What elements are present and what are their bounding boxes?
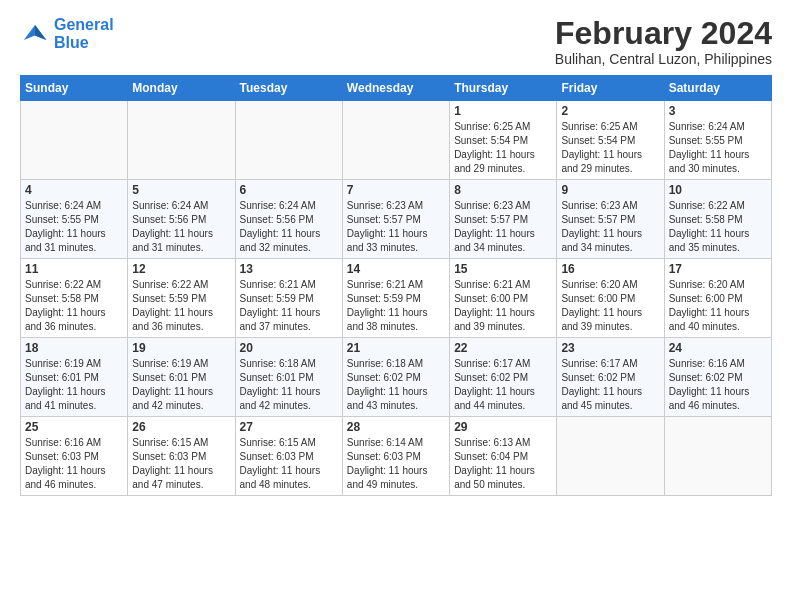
- day-number: 13: [240, 262, 338, 276]
- calendar-header-tuesday: Tuesday: [235, 76, 342, 101]
- day-number: 23: [561, 341, 659, 355]
- header: General Blue February 2024 Bulihan, Cent…: [20, 16, 772, 67]
- calendar-cell: 8Sunrise: 6:23 AMSunset: 5:57 PMDaylight…: [450, 180, 557, 259]
- day-info: Sunrise: 6:15 AMSunset: 6:03 PMDaylight:…: [240, 436, 338, 492]
- calendar-week-row: 1Sunrise: 6:25 AMSunset: 5:54 PMDaylight…: [21, 101, 772, 180]
- calendar-cell: 2Sunrise: 6:25 AMSunset: 5:54 PMDaylight…: [557, 101, 664, 180]
- calendar-cell: [557, 417, 664, 496]
- day-number: 19: [132, 341, 230, 355]
- logo-general: General: [54, 16, 114, 33]
- calendar-cell: [128, 101, 235, 180]
- calendar-table: SundayMondayTuesdayWednesdayThursdayFrid…: [20, 75, 772, 496]
- day-number: 2: [561, 104, 659, 118]
- day-number: 3: [669, 104, 767, 118]
- day-number: 12: [132, 262, 230, 276]
- calendar-cell: 17Sunrise: 6:20 AMSunset: 6:00 PMDayligh…: [664, 259, 771, 338]
- day-number: 17: [669, 262, 767, 276]
- calendar-cell: 18Sunrise: 6:19 AMSunset: 6:01 PMDayligh…: [21, 338, 128, 417]
- calendar-cell: 20Sunrise: 6:18 AMSunset: 6:01 PMDayligh…: [235, 338, 342, 417]
- day-info: Sunrise: 6:22 AMSunset: 5:59 PMDaylight:…: [132, 278, 230, 334]
- day-number: 28: [347, 420, 445, 434]
- day-number: 11: [25, 262, 123, 276]
- day-info: Sunrise: 6:22 AMSunset: 5:58 PMDaylight:…: [669, 199, 767, 255]
- calendar-cell: 19Sunrise: 6:19 AMSunset: 6:01 PMDayligh…: [128, 338, 235, 417]
- day-number: 5: [132, 183, 230, 197]
- calendar-cell: 24Sunrise: 6:16 AMSunset: 6:02 PMDayligh…: [664, 338, 771, 417]
- month-title: February 2024: [555, 16, 772, 51]
- day-info: Sunrise: 6:23 AMSunset: 5:57 PMDaylight:…: [561, 199, 659, 255]
- calendar-cell: 11Sunrise: 6:22 AMSunset: 5:58 PMDayligh…: [21, 259, 128, 338]
- page: General Blue February 2024 Bulihan, Cent…: [0, 0, 792, 506]
- day-number: 14: [347, 262, 445, 276]
- logo-text: General Blue: [54, 16, 114, 52]
- day-info: Sunrise: 6:25 AMSunset: 5:54 PMDaylight:…: [454, 120, 552, 176]
- calendar-cell: 22Sunrise: 6:17 AMSunset: 6:02 PMDayligh…: [450, 338, 557, 417]
- calendar-header-row: SundayMondayTuesdayWednesdayThursdayFrid…: [21, 76, 772, 101]
- calendar-cell: 6Sunrise: 6:24 AMSunset: 5:56 PMDaylight…: [235, 180, 342, 259]
- calendar-cell: 1Sunrise: 6:25 AMSunset: 5:54 PMDaylight…: [450, 101, 557, 180]
- day-number: 1: [454, 104, 552, 118]
- calendar-cell: [21, 101, 128, 180]
- calendar-cell: 27Sunrise: 6:15 AMSunset: 6:03 PMDayligh…: [235, 417, 342, 496]
- calendar-cell: 23Sunrise: 6:17 AMSunset: 6:02 PMDayligh…: [557, 338, 664, 417]
- logo-blue: Blue: [54, 34, 89, 51]
- day-info: Sunrise: 6:24 AMSunset: 5:55 PMDaylight:…: [25, 199, 123, 255]
- day-info: Sunrise: 6:18 AMSunset: 6:01 PMDaylight:…: [240, 357, 338, 413]
- day-info: Sunrise: 6:15 AMSunset: 6:03 PMDaylight:…: [132, 436, 230, 492]
- calendar-cell: 5Sunrise: 6:24 AMSunset: 5:56 PMDaylight…: [128, 180, 235, 259]
- day-info: Sunrise: 6:16 AMSunset: 6:02 PMDaylight:…: [669, 357, 767, 413]
- day-info: Sunrise: 6:19 AMSunset: 6:01 PMDaylight:…: [25, 357, 123, 413]
- calendar-cell: 7Sunrise: 6:23 AMSunset: 5:57 PMDaylight…: [342, 180, 449, 259]
- day-number: 6: [240, 183, 338, 197]
- title-block: February 2024 Bulihan, Central Luzon, Ph…: [555, 16, 772, 67]
- calendar-cell: 9Sunrise: 6:23 AMSunset: 5:57 PMDaylight…: [557, 180, 664, 259]
- day-number: 9: [561, 183, 659, 197]
- day-info: Sunrise: 6:20 AMSunset: 6:00 PMDaylight:…: [561, 278, 659, 334]
- day-info: Sunrise: 6:21 AMSunset: 6:00 PMDaylight:…: [454, 278, 552, 334]
- calendar-cell: 28Sunrise: 6:14 AMSunset: 6:03 PMDayligh…: [342, 417, 449, 496]
- calendar-cell: [664, 417, 771, 496]
- calendar-cell: 4Sunrise: 6:24 AMSunset: 5:55 PMDaylight…: [21, 180, 128, 259]
- day-info: Sunrise: 6:16 AMSunset: 6:03 PMDaylight:…: [25, 436, 123, 492]
- day-info: Sunrise: 6:21 AMSunset: 5:59 PMDaylight:…: [240, 278, 338, 334]
- day-info: Sunrise: 6:13 AMSunset: 6:04 PMDaylight:…: [454, 436, 552, 492]
- calendar-cell: 12Sunrise: 6:22 AMSunset: 5:59 PMDayligh…: [128, 259, 235, 338]
- calendar-cell: 3Sunrise: 6:24 AMSunset: 5:55 PMDaylight…: [664, 101, 771, 180]
- calendar-week-row: 11Sunrise: 6:22 AMSunset: 5:58 PMDayligh…: [21, 259, 772, 338]
- calendar-week-row: 25Sunrise: 6:16 AMSunset: 6:03 PMDayligh…: [21, 417, 772, 496]
- day-number: 21: [347, 341, 445, 355]
- calendar-week-row: 4Sunrise: 6:24 AMSunset: 5:55 PMDaylight…: [21, 180, 772, 259]
- day-info: Sunrise: 6:21 AMSunset: 5:59 PMDaylight:…: [347, 278, 445, 334]
- calendar-cell: [235, 101, 342, 180]
- calendar-cell: 10Sunrise: 6:22 AMSunset: 5:58 PMDayligh…: [664, 180, 771, 259]
- calendar-cell: 14Sunrise: 6:21 AMSunset: 5:59 PMDayligh…: [342, 259, 449, 338]
- day-info: Sunrise: 6:25 AMSunset: 5:54 PMDaylight:…: [561, 120, 659, 176]
- calendar-week-row: 18Sunrise: 6:19 AMSunset: 6:01 PMDayligh…: [21, 338, 772, 417]
- calendar-header-friday: Friday: [557, 76, 664, 101]
- day-number: 22: [454, 341, 552, 355]
- day-number: 26: [132, 420, 230, 434]
- day-number: 27: [240, 420, 338, 434]
- calendar-cell: 13Sunrise: 6:21 AMSunset: 5:59 PMDayligh…: [235, 259, 342, 338]
- calendar-cell: [342, 101, 449, 180]
- day-number: 20: [240, 341, 338, 355]
- logo: General Blue: [20, 16, 114, 52]
- day-number: 29: [454, 420, 552, 434]
- day-info: Sunrise: 6:24 AMSunset: 5:55 PMDaylight:…: [669, 120, 767, 176]
- day-number: 16: [561, 262, 659, 276]
- calendar-header-monday: Monday: [128, 76, 235, 101]
- day-info: Sunrise: 6:19 AMSunset: 6:01 PMDaylight:…: [132, 357, 230, 413]
- day-info: Sunrise: 6:14 AMSunset: 6:03 PMDaylight:…: [347, 436, 445, 492]
- calendar-header-saturday: Saturday: [664, 76, 771, 101]
- calendar-cell: 21Sunrise: 6:18 AMSunset: 6:02 PMDayligh…: [342, 338, 449, 417]
- day-info: Sunrise: 6:24 AMSunset: 5:56 PMDaylight:…: [240, 199, 338, 255]
- calendar-header-thursday: Thursday: [450, 76, 557, 101]
- calendar-cell: 15Sunrise: 6:21 AMSunset: 6:00 PMDayligh…: [450, 259, 557, 338]
- day-number: 18: [25, 341, 123, 355]
- day-number: 7: [347, 183, 445, 197]
- day-info: Sunrise: 6:20 AMSunset: 6:00 PMDaylight:…: [669, 278, 767, 334]
- day-info: Sunrise: 6:17 AMSunset: 6:02 PMDaylight:…: [561, 357, 659, 413]
- day-info: Sunrise: 6:23 AMSunset: 5:57 PMDaylight:…: [454, 199, 552, 255]
- calendar-cell: 29Sunrise: 6:13 AMSunset: 6:04 PMDayligh…: [450, 417, 557, 496]
- calendar-header-wednesday: Wednesday: [342, 76, 449, 101]
